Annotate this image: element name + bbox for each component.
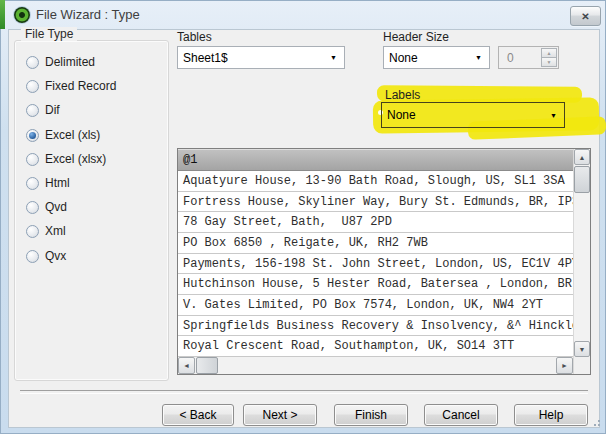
- labels-dropdown-value: None: [382, 108, 550, 122]
- horizontal-scrollbar[interactable]: ◄ ►: [178, 357, 573, 374]
- background-window-sliver: [0, 0, 5, 29]
- header-size-dropdown[interactable]: None ▼: [383, 46, 490, 69]
- qlikview-logo-icon: [14, 7, 30, 23]
- title-bar[interactable]: File Wizard : Type ✕: [1, 1, 606, 29]
- scroll-left-icon[interactable]: ◄: [178, 357, 195, 374]
- table-row[interactable]: Royal Crescent Road, Southampton, UK, SO…: [178, 336, 573, 357]
- radio-icon[interactable]: [26, 250, 39, 263]
- resize-grip-icon[interactable]: [594, 424, 596, 426]
- help-button[interactable]: Help: [514, 404, 588, 426]
- header-size-spinner-value: 0: [499, 47, 541, 68]
- file-preview-table: @1 Aquatyure House, 13-90 Bath Road, Slo…: [177, 148, 591, 375]
- horizontal-scrollbar-thumb[interactable]: [196, 357, 218, 374]
- scroll-right-icon[interactable]: ►: [556, 357, 573, 374]
- radio-html[interactable]: Html: [26, 176, 70, 190]
- scroll-up-icon[interactable]: ▲: [574, 149, 590, 165]
- radio-icon[interactable]: [26, 104, 39, 117]
- spinner-down-icon[interactable]: ▼: [541, 57, 557, 67]
- finish-button[interactable]: Finish: [334, 404, 408, 426]
- table-row[interactable]: V. Gates Limited, PO Box 7574, London, U…: [178, 295, 573, 316]
- table-row[interactable]: Fortress House, Skyliner Way, Bury St. E…: [178, 192, 573, 213]
- table-row[interactable]: Aquatyure House, 13-90 Bath Road, Slough…: [178, 171, 573, 192]
- vertical-scrollbar[interactable]: ▲ ▼: [573, 149, 590, 374]
- close-button[interactable]: ✕: [570, 6, 601, 26]
- header-size-label: Header Size: [383, 30, 449, 44]
- radio-delimited[interactable]: Delimited: [26, 55, 95, 69]
- radio-icon[interactable]: [26, 80, 39, 93]
- cancel-button[interactable]: Cancel: [424, 404, 498, 426]
- radio-dif[interactable]: Dif: [26, 103, 60, 117]
- radio-icon[interactable]: [26, 56, 39, 69]
- footer-divider: [20, 390, 588, 394]
- file-type-group-label: File Type: [21, 27, 77, 41]
- vertical-scrollbar-thumb[interactable]: [574, 166, 590, 193]
- table-row[interactable]: Payments, 156-198 St. John Street, Londo…: [178, 254, 573, 275]
- header-size-spinner: 0 ▲ ▼: [498, 46, 559, 69]
- window-title: File Wizard : Type: [36, 7, 140, 22]
- table-row[interactable]: PO Box 6850 , Reigate, UK, RH2 7WB: [178, 233, 573, 254]
- resize-grip-icon[interactable]: [598, 424, 600, 426]
- chevron-down-icon: ▼: [550, 112, 557, 119]
- back-button[interactable]: < Back: [162, 404, 234, 426]
- radio-icon[interactable]: [26, 201, 39, 214]
- labels-label: Labels: [385, 88, 420, 102]
- chevron-down-icon: ▼: [475, 54, 482, 61]
- resize-grip-icon[interactable]: [598, 420, 600, 422]
- radio-icon[interactable]: [26, 129, 39, 142]
- tables-dropdown[interactable]: Sheet1$ ▼: [177, 46, 345, 69]
- radio-excel-xlsx[interactable]: Excel (xlsx): [26, 152, 106, 166]
- radio-xml[interactable]: Xml: [26, 224, 66, 238]
- chevron-down-icon: ▼: [330, 54, 337, 61]
- close-icon: ✕: [581, 11, 589, 22]
- preview-column-header[interactable]: @1: [178, 149, 573, 171]
- scroll-down-icon[interactable]: ▼: [574, 341, 590, 357]
- radio-icon[interactable]: [26, 153, 39, 166]
- tables-dropdown-value: Sheet1$: [178, 51, 330, 65]
- next-button[interactable]: Next >: [243, 404, 317, 426]
- scrollbar-corner: [574, 357, 590, 374]
- radio-fixed-record[interactable]: Fixed Record: [26, 79, 116, 93]
- radio-icon[interactable]: [26, 225, 39, 238]
- table-row[interactable]: 78 Gay Street, Bath, U87 2PD: [178, 212, 573, 233]
- table-row[interactable]: Springfields Business Recovery & Insolve…: [178, 316, 573, 337]
- labels-dropdown[interactable]: None ▼: [381, 102, 565, 128]
- tables-label: Tables: [177, 30, 212, 44]
- header-size-dropdown-value: None: [384, 51, 475, 65]
- radio-excel-xls[interactable]: Excel (xls): [26, 128, 100, 142]
- radio-qvd[interactable]: Qvd: [26, 200, 67, 214]
- radio-icon[interactable]: [26, 177, 39, 190]
- table-row[interactable]: Hutchinson House, 5 Hester Road, Baterse…: [178, 274, 573, 295]
- radio-qvx[interactable]: Qvx: [26, 249, 66, 263]
